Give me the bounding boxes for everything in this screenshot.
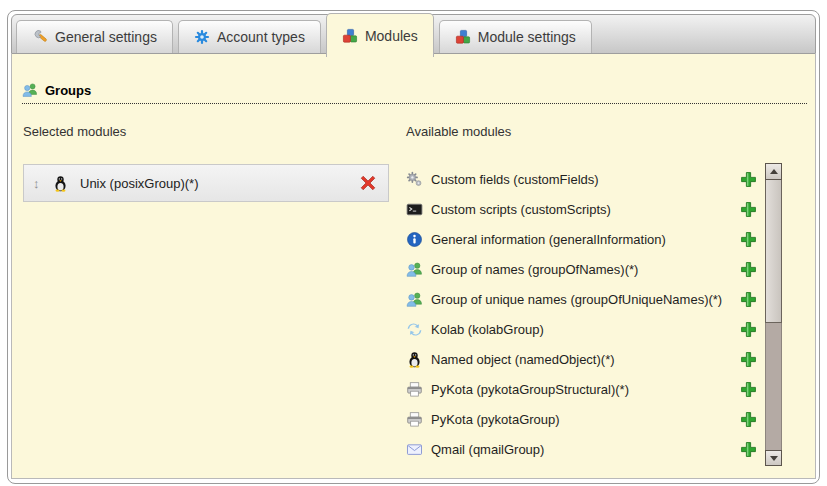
available-module-label: Group of names (groupOfNames)(*) — [431, 262, 732, 277]
tab-modules[interactable]: Modules — [326, 13, 434, 57]
available-module-row: Kolab (kolabGroup) — [406, 314, 759, 344]
remove-module-icon[interactable] — [360, 175, 376, 191]
modules-tab-content: Groups Selected modules ↕ Unix (posixGro… — [11, 54, 816, 479]
add-module-icon[interactable] — [740, 441, 757, 458]
add-module-icon[interactable] — [740, 261, 757, 278]
available-module-label: Custom fields (customFields) — [431, 172, 732, 187]
tab-general-settings[interactable]: General settings — [16, 20, 173, 53]
section-title: Groups — [45, 83, 91, 98]
tux-icon — [406, 351, 423, 368]
add-module-icon[interactable] — [740, 411, 757, 428]
tab-label: General settings — [55, 29, 157, 45]
mail-icon — [406, 441, 423, 458]
available-modules-list: Custom fields (customFields) Custom scri… — [406, 164, 759, 464]
available-module-row: Group of unique names (groupOfUniqueName… — [406, 284, 759, 314]
available-module-label: Kolab (kolabGroup) — [431, 322, 732, 337]
add-module-icon[interactable] — [740, 231, 757, 248]
selected-module-label: Unix (posixGroup)(*) — [80, 176, 360, 191]
scrollbar-thumb[interactable] — [765, 180, 782, 323]
available-module-row: Named object (namedObject)(*) — [406, 344, 759, 374]
available-module-label: Group of unique names (groupOfUniqueName… — [431, 292, 732, 307]
available-module-row: PyKota (pykotaGroup) — [406, 404, 759, 434]
available-module-label: Qmail (qmailGroup) — [431, 442, 732, 457]
up-arrow-icon — [770, 169, 778, 174]
tab-label: Account types — [217, 29, 305, 45]
add-module-icon[interactable] — [740, 201, 757, 218]
down-arrow-icon — [770, 456, 778, 461]
modules-cubes-icon — [342, 28, 358, 44]
modules-cubes-icon — [455, 29, 471, 45]
settings-frame: General settings Account types Modules M… — [7, 10, 820, 484]
add-module-icon[interactable] — [740, 381, 757, 398]
add-module-icon[interactable] — [740, 291, 757, 308]
available-module-row: Custom scripts (customScripts) — [406, 194, 759, 224]
groups-icon — [22, 82, 38, 98]
blue-gear-icon — [194, 29, 210, 45]
tab-label: Module settings — [478, 29, 576, 45]
available-module-row: Group of names (groupOfNames)(*) — [406, 254, 759, 284]
group-icon — [406, 291, 423, 308]
move-handle-icon[interactable]: ↕ — [33, 177, 47, 190]
terminal-icon — [406, 201, 423, 218]
selected-modules-list: ↕ Unix (posixGroup)(*) — [23, 164, 389, 202]
available-module-label: Custom scripts (customScripts) — [431, 202, 732, 217]
available-modules-scrollbar[interactable] — [765, 163, 782, 466]
gears-icon — [406, 171, 423, 188]
available-module-row: Qmail (qmailGroup) — [406, 434, 759, 464]
tab-label: Modules — [365, 28, 418, 44]
group-icon — [406, 261, 423, 278]
section-heading-groups: Groups — [22, 82, 807, 104]
add-module-icon[interactable] — [740, 351, 757, 368]
available-module-row: PyKota (pykotaGroupStructural)(*) — [406, 374, 759, 404]
add-module-icon[interactable] — [740, 171, 757, 188]
available-module-row: General information (generalInformation) — [406, 224, 759, 254]
tab-module-settings[interactable]: Module settings — [439, 20, 592, 53]
available-modules-panel: Available modules Custom fields (customF… — [406, 124, 759, 464]
wrench-icon — [32, 29, 48, 45]
tab-strip: General settings Account types Modules M… — [11, 14, 816, 54]
selected-module-row: ↕ Unix (posixGroup)(*) — [23, 164, 389, 202]
available-modules-label: Available modules — [406, 124, 759, 139]
available-module-label: Named object (namedObject)(*) — [431, 352, 732, 367]
tux-icon — [52, 175, 69, 192]
selected-modules-label: Selected modules — [23, 124, 389, 139]
tab-account-types[interactable]: Account types — [178, 20, 321, 53]
available-module-label: PyKota (pykotaGroup) — [431, 412, 732, 427]
add-module-icon[interactable] — [740, 321, 757, 338]
printer-icon — [406, 411, 423, 428]
scroll-down-button[interactable] — [765, 450, 782, 466]
available-module-label: PyKota (pykotaGroupStructural)(*) — [431, 382, 732, 397]
info-icon — [406, 231, 423, 248]
available-module-row: Custom fields (customFields) — [406, 164, 759, 194]
scrollbar-track[interactable] — [765, 323, 782, 450]
printer-icon — [406, 381, 423, 398]
available-module-label: General information (generalInformation) — [431, 232, 732, 247]
selected-modules-panel: Selected modules ↕ Unix (posixGroup)(*) — [23, 124, 389, 202]
scroll-up-button[interactable] — [765, 163, 782, 180]
kolab-icon — [406, 321, 423, 338]
